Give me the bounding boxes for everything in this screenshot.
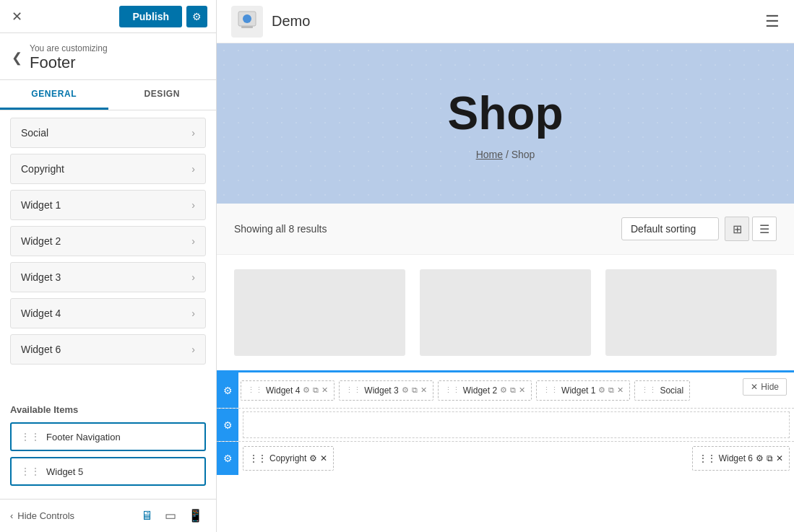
menu-item-label: Widget 3 [21, 271, 61, 283]
product-item [234, 269, 405, 356]
widget-chip-social[interactable]: ⋮⋮ Social [634, 380, 690, 401]
menu-item-label: Widget 1 [21, 199, 61, 211]
publish-button[interactable]: Publish [119, 6, 182, 27]
draggable-item-label: Widget 5 [46, 466, 83, 477]
widget-chip-label: Widget 1 [561, 385, 595, 396]
site-logo: Demo [231, 6, 310, 38]
remove-icon[interactable]: ✕ [320, 453, 327, 463]
drag-icon: ⋮⋮ [444, 385, 460, 395]
widget-chip-widget6[interactable]: ⋮⋮ Widget 6 ⚙ ⧉ ✕ [692, 446, 790, 471]
duplicate-icon[interactable]: ⧉ [767, 453, 773, 463]
shop-toolbar: Showing all 8 results Default sorting ⊞ … [217, 204, 794, 255]
breadcrumb-home-link[interactable]: Home [476, 149, 503, 160]
settings-icon: ⚙ [223, 419, 233, 431]
remove-icon[interactable]: ✕ [776, 453, 783, 463]
chevron-right-icon: › [191, 308, 195, 319]
widget-chip-widget4[interactable]: ⋮⋮ Widget 4 ⚙ ⧉ ✕ [241, 380, 335, 401]
menu-item-widget2[interactable]: Widget 2 › [10, 226, 206, 256]
product-item [605, 269, 777, 356]
draggable-item-label: Footer Navigation [46, 432, 121, 442]
drag-handle-icon: ⋮⋮ [20, 431, 40, 442]
menu-item-widget1[interactable]: Widget 1 › [10, 190, 206, 220]
hide-controls-button[interactable]: ‹ Hide Controls [10, 510, 74, 521]
menu-item-label: Copyright [21, 163, 64, 175]
logo-image [231, 6, 263, 38]
gear-icon[interactable]: ⚙ [500, 385, 507, 395]
gear-icon[interactable]: ⚙ [402, 385, 409, 395]
menu-item-social[interactable]: Social › [10, 118, 206, 148]
gear-icon[interactable]: ⚙ [309, 453, 317, 463]
customizing-info: You are customizing Footer [30, 43, 108, 72]
mobile-view-button[interactable]: 📱 [185, 507, 206, 525]
hamburger-menu-button[interactable]: ☰ [765, 12, 780, 31]
widget-chip-label: Widget 6 [719, 453, 753, 463]
footer-row-handle[interactable]: ⚙ [217, 409, 238, 441]
duplicate-icon[interactable]: ⧉ [313, 385, 319, 395]
available-items-label: Available Items [10, 404, 206, 415]
hide-footer-button[interactable]: ✕ Hide [743, 378, 787, 396]
list-view-button[interactable]: ☰ [752, 217, 777, 241]
tablet-view-button[interactable]: ▭ [162, 507, 179, 525]
svg-rect-2 [241, 26, 253, 28]
drag-icon: ⋮⋮ [345, 385, 361, 395]
menu-item-widget6[interactable]: Widget 6 › [10, 334, 206, 365]
duplicate-icon[interactable]: ⧉ [412, 385, 418, 395]
tab-design[interactable]: DESIGN [108, 80, 217, 110]
widget-chip-widget2[interactable]: ⋮⋮ Widget 2 ⚙ ⧉ ✕ [438, 380, 532, 401]
widget-chip-label: Widget 3 [364, 385, 398, 396]
chevron-right-icon: › [191, 127, 195, 139]
remove-icon[interactable]: ✕ [420, 385, 427, 395]
footer-row-3: ⚙ ⋮⋮ Copyright ⚙ ✕ ⋮⋮ Widget 6 ⚙ ⧉ ✕ [217, 442, 794, 475]
draggable-footer-navigation[interactable]: ⋮⋮ Footer Navigation [10, 422, 206, 451]
widget-chip-label: Widget 2 [463, 385, 497, 396]
gear-icon[interactable]: ⚙ [598, 385, 605, 395]
footer-row-handle[interactable]: ⚙ [217, 372, 238, 408]
footer-widgets-row1: ⋮⋮ Widget 4 ⚙ ⧉ ✕ ⋮⋮ Widget 3 ⚙ ⧉ ✕ [238, 372, 794, 408]
settings-button[interactable]: ⚙ [186, 6, 207, 27]
menu-item-label: Widget 4 [21, 308, 61, 319]
footer-row-handle[interactable]: ⚙ [217, 442, 238, 475]
gear-icon[interactable]: ⚙ [756, 453, 764, 463]
duplicate-icon[interactable]: ⧉ [510, 385, 516, 395]
gear-icon[interactable]: ⚙ [303, 385, 310, 395]
hide-controls-label: Hide Controls [17, 510, 74, 521]
footer-row-1: ⚙ ⋮⋮ Widget 4 ⚙ ⧉ ✕ ⋮⋮ Widget 3 ⚙ ⧉ [217, 372, 794, 409]
tab-general[interactable]: GENERAL [0, 80, 108, 110]
close-x-icon: ✕ [751, 382, 758, 392]
widget-chip-widget3[interactable]: ⋮⋮ Widget 3 ⚙ ⧉ ✕ [339, 380, 433, 401]
footer-overlay: ✕ Hide ⚙ ⋮⋮ Widget 4 ⚙ ⧉ ✕ ⋮ [217, 370, 794, 475]
widget-chip-widget1[interactable]: ⋮⋮ Widget 1 ⚙ ⧉ ✕ [536, 380, 630, 401]
customizer-panel: ✕ Publish ⚙ ❮ You are customizing Footer… [0, 0, 217, 532]
device-icons: 🖥 ▭ 📱 [138, 507, 206, 525]
widget-chip-label: Social [660, 385, 683, 396]
settings-icon: ⚙ [223, 385, 233, 396]
menu-item-widget3[interactable]: Widget 3 › [10, 262, 206, 292]
site-name: Demo [272, 13, 310, 30]
menu-item-copyright[interactable]: Copyright › [10, 154, 206, 184]
back-button[interactable]: ❮ [12, 50, 22, 66]
preview-header: Demo ☰ [217, 0, 794, 43]
remove-icon[interactable]: ✕ [322, 385, 328, 395]
remove-icon[interactable]: ✕ [519, 385, 525, 395]
drag-icon: ⋮⋮ [247, 385, 263, 395]
widget-chip-label: Copyright [269, 453, 306, 463]
drag-icon: ⋮⋮ [641, 385, 657, 395]
chevron-right-icon: › [191, 271, 195, 283]
grid-view-button[interactable]: ⊞ [725, 217, 749, 241]
desktop-view-button[interactable]: 🖥 [138, 507, 156, 525]
menu-item-label: Social [21, 127, 48, 139]
bottom-bar: ‹ Hide Controls 🖥 ▭ 📱 [0, 499, 216, 532]
preview-content: Shop Home / Shop Showing all 8 results D… [217, 43, 794, 532]
draggable-widget5[interactable]: ⋮⋮ Widget 5 [10, 457, 206, 486]
menu-item-widget4[interactable]: Widget 4 › [10, 298, 206, 328]
remove-icon[interactable]: ✕ [617, 385, 623, 395]
footer-row-2: ⚙ [217, 409, 794, 442]
preview-area: Demo ☰ Shop Home / Shop Showing all 8 re… [217, 0, 794, 532]
duplicate-icon[interactable]: ⧉ [608, 385, 614, 395]
close-button[interactable]: ✕ [9, 6, 25, 27]
sort-select[interactable]: Default sorting [621, 217, 719, 240]
footer-empty-drop-zone[interactable] [243, 411, 790, 438]
drag-icon: ⋮⋮ [249, 453, 267, 463]
widget-chip-copyright[interactable]: ⋮⋮ Copyright ⚙ ✕ [243, 446, 334, 471]
menu-item-label: Widget 2 [21, 235, 61, 247]
